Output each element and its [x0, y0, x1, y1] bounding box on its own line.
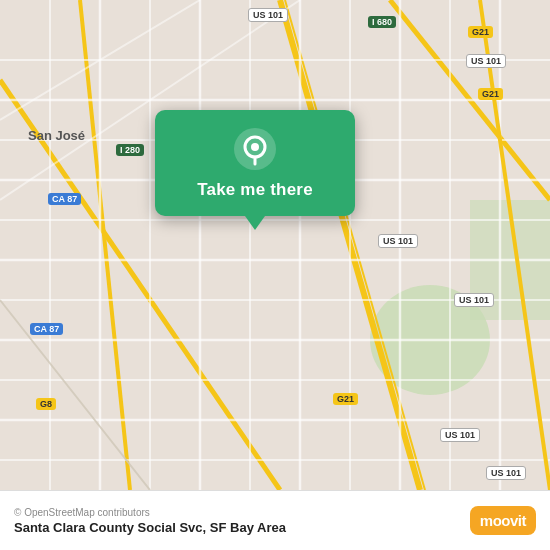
take-me-there-button[interactable]: Take me there: [197, 180, 313, 200]
badge-g21-top: G21: [468, 26, 493, 38]
moovit-logo[interactable]: moovit: [470, 506, 536, 535]
badge-us101-top: US 101: [248, 8, 288, 22]
bottom-left-info: © OpenStreetMap contributors Santa Clara…: [14, 507, 286, 535]
badge-g8: G8: [36, 398, 56, 410]
location-popup: Take me there: [155, 110, 355, 216]
badge-i680: I 680: [368, 16, 396, 28]
attribution-text: © OpenStreetMap contributors: [14, 507, 286, 518]
map: San José US 101 I 680 G21 US 101 G21 I 2…: [0, 0, 550, 490]
badge-us101-right-top: US 101: [466, 54, 506, 68]
svg-point-36: [251, 143, 259, 151]
badge-us101-right2: US 101: [454, 293, 494, 307]
badge-g21-right1: G21: [478, 88, 503, 100]
location-pin-icon: [234, 128, 276, 170]
badge-us101-bot: US 101: [440, 428, 480, 442]
badge-ca87-top: CA 87: [48, 193, 81, 205]
badge-ca87-bot: CA 87: [30, 323, 63, 335]
badge-g21-bot: G21: [333, 393, 358, 405]
moovit-label: moovit: [480, 512, 526, 529]
badge-us101-bot2: US 101: [486, 466, 526, 480]
bottom-bar: © OpenStreetMap contributors Santa Clara…: [0, 490, 550, 550]
location-name: Santa Clara County Social Svc, SF Bay Ar…: [14, 520, 286, 535]
badge-us101-mid: US 101: [378, 234, 418, 248]
svg-text:San José: San José: [28, 128, 85, 143]
map-roads: San José: [0, 0, 550, 490]
svg-rect-0: [0, 0, 550, 490]
badge-i280: I 280: [116, 144, 144, 156]
